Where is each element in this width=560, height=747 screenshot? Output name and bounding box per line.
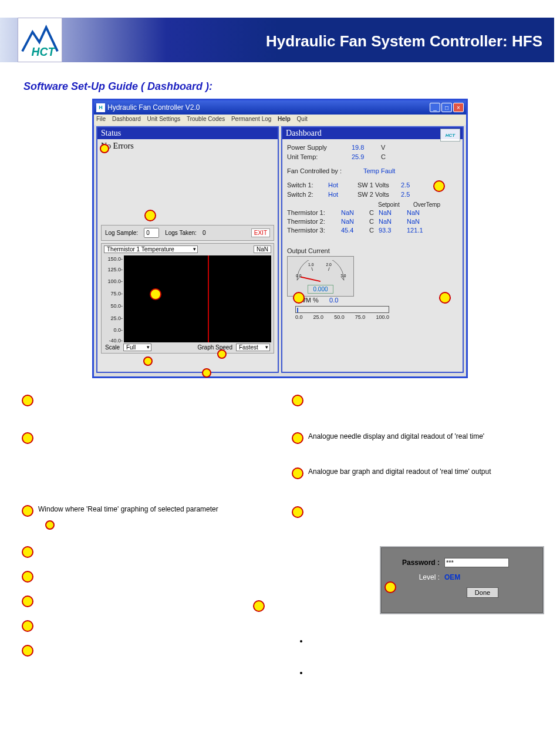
menu-unit-settings[interactable]: Unit Settings [147, 116, 181, 122]
status-panel: Status No Errors Log Sample: Logs Taken:… [96, 126, 279, 373]
gauge-readout: 0.000 [308, 285, 333, 294]
sw2-label: Switch 2: [287, 191, 328, 198]
unit-temp-value: 25.9 [352, 153, 381, 160]
dashboard-panel: Dashboard HCT Power Supply19.8V Unit Tem… [281, 126, 464, 373]
y-tick: 50.0- [110, 303, 123, 309]
marker-icon [292, 395, 303, 406]
therm-setpoint: NaN [379, 218, 407, 227]
marker-icon [202, 368, 211, 378]
therm-overtemp: NaN [407, 209, 435, 218]
exit-button[interactable]: EXIT [251, 228, 270, 237]
overtemp-header: OverTemp [413, 201, 448, 208]
menu-permanent-log[interactable]: Permanent Log [231, 116, 271, 122]
logs-taken-value: 0 [203, 230, 206, 236]
therm-label: Thermistor 1: [287, 209, 341, 218]
menu-dashboard[interactable]: Dashboard [112, 116, 141, 122]
marker-icon [22, 620, 33, 632]
y-tick: 125.0- [107, 267, 123, 272]
close-button[interactable]: × [453, 103, 464, 112]
y-tick: 75.0- [110, 291, 123, 297]
marker-icon [22, 505, 33, 517]
fan-controlled-by-value: Temp Fault [363, 167, 395, 174]
titlebar: H Hydraulic Fan Controller V2.0 _ □ × [94, 100, 466, 115]
status-header: Status [97, 127, 278, 139]
password-label: Password : [390, 558, 440, 567]
marker-icon [22, 595, 33, 607]
page-header: HCT Hydraulic Fan System Controller: HFS [0, 0, 560, 68]
svg-text:3.0: 3.0 [340, 274, 346, 278]
dashboard-header: Dashboard [282, 127, 463, 139]
speed-select[interactable]: Fastest [236, 344, 270, 351]
channel-select[interactable]: Thermistor 1 Temperature [104, 245, 198, 253]
y-axis: 150.0-125.0-100.0-75.0-50.0-25.0-0.0--40… [104, 255, 124, 342]
svg-line-2 [312, 267, 313, 271]
unit-temp-unit: C [381, 153, 389, 160]
output-current-label: Output Current [287, 247, 458, 254]
app-icon: H [96, 103, 105, 112]
log-sample-label: Log Sample: [105, 230, 138, 236]
marker-icon [293, 292, 305, 304]
marker-icon [217, 349, 227, 359]
page-title: Hydraulic Fan System Controller: HFS [266, 32, 542, 51]
realtime-plot: 150.0-125.0-100.0-75.0-50.0-25.0-0.0--40… [104, 255, 271, 342]
menu-trouble-codes[interactable]: Trouble Codes [187, 116, 225, 122]
marker-icon [253, 600, 265, 612]
menu-help[interactable]: Help [278, 116, 291, 122]
menu-file[interactable]: File [96, 116, 106, 122]
svg-text:HCT: HCT [31, 45, 56, 58]
notes-list [291, 637, 525, 677]
marker-icon [22, 432, 33, 444]
app-window: H Hydraulic Fan Controller V2.0 _ □ × Fi… [92, 99, 468, 378]
therm-setpoint: NaN [379, 209, 407, 218]
password-input[interactable] [444, 558, 509, 567]
sw1-label: Switch 1: [287, 181, 328, 189]
therm-value: NaN [341, 218, 369, 227]
marker-icon [433, 180, 445, 192]
svg-line-3 [328, 267, 329, 271]
unit-temp-label: Unit Temp: [287, 153, 352, 160]
power-supply-unit: V [381, 144, 389, 151]
therm-setpoint: 93.3 [379, 227, 407, 235]
therm-label: Thermistor 2: [287, 218, 341, 227]
sw2-value: Hot [328, 191, 357, 198]
marker-icon [439, 292, 451, 304]
marker-icon [292, 506, 303, 518]
thermistor-row: Thermistor 2:NaNCNaNNaN [287, 218, 458, 227]
marker-icon [384, 581, 396, 593]
annotation-stage: Window where 'Real time' graphing of sel… [10, 395, 550, 688]
maximize-button[interactable]: □ [441, 103, 452, 112]
output-gauge: 0.0 1.0 2.0 3.0 0.000 [287, 256, 354, 297]
y-tick: 0.0- [113, 327, 123, 333]
plot-cursor-line [208, 255, 209, 342]
speed-label: Graph Speed [198, 344, 233, 351]
power-supply-value: 19.8 [352, 144, 381, 151]
level-label: Level : [390, 573, 440, 581]
therm-value: NaN [341, 209, 369, 218]
thermistor-row: Thermistor 1:NaNCNaNNaN [287, 209, 458, 218]
list-item [308, 637, 525, 645]
thermistor-row: Thermistor 3:45.4C93.3121.1 [287, 227, 458, 235]
hct-logo: HCT [18, 18, 62, 62]
menu-quit[interactable]: Quit [297, 116, 308, 122]
hct-mini-logo: HCT [440, 129, 460, 142]
marker-icon [100, 144, 109, 153]
y-tick: 150.0- [107, 256, 123, 262]
svg-text:0.0: 0.0 [296, 274, 302, 278]
callout-graphing-window: Window where 'Real time' graphing of sel… [22, 505, 218, 517]
nan-button[interactable]: NaN [254, 245, 271, 253]
marker-icon [150, 288, 161, 300]
marker-icon [292, 467, 303, 479]
sw2-volts-value: 2.5 [401, 191, 430, 198]
scale-select[interactable]: Full [123, 344, 151, 351]
log-sample-input[interactable] [144, 228, 159, 238]
window-title: Hydraulic Fan Controller V2.0 [107, 103, 200, 112]
sw2-volts-label: SW 2 Volts [357, 191, 401, 198]
done-button[interactable]: Done [467, 587, 498, 598]
scale-label: Scale [105, 344, 120, 351]
y-tick: 100.0- [107, 278, 123, 284]
log-toolbar: Log Sample: Logs Taken: 0 EXIT [101, 225, 274, 241]
pwm-bar [295, 306, 389, 313]
minimize-button[interactable]: _ [430, 103, 440, 112]
marker-icon [143, 356, 153, 366]
therm-overtemp: NaN [407, 218, 435, 227]
